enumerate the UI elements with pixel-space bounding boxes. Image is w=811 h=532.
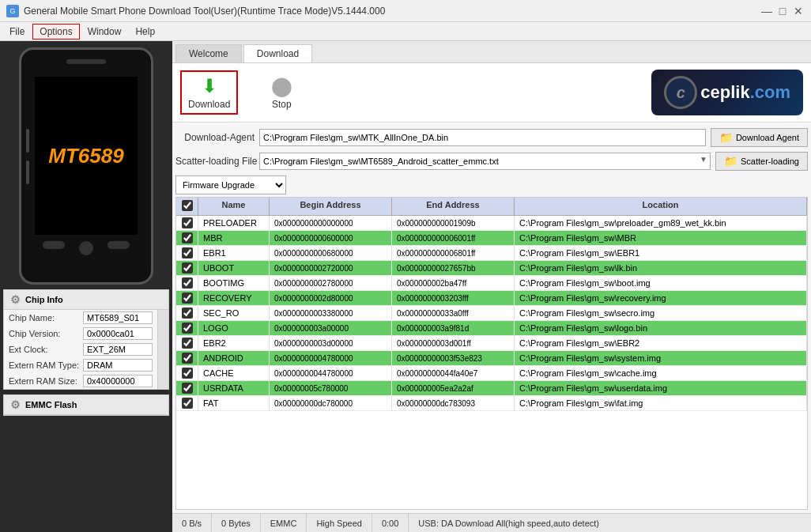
chip-version-value: 0x0000ca01 [83, 327, 153, 340]
stop-button[interactable]: ⬤ Stop [254, 72, 309, 113]
emmc-header[interactable]: ⚙ EMMC Flash [4, 395, 168, 415]
td-checkbox-0 [176, 216, 198, 230]
scatter-loading-label: Scatter-loading File [175, 156, 255, 167]
td-checkbox-12 [176, 396, 198, 410]
row-checkbox-3[interactable] [182, 262, 193, 274]
download-icon: ⬇ [202, 75, 217, 97]
td-name-0: PRELOADER [198, 216, 270, 230]
td-end-4: 0x000000002ba47ff [392, 276, 515, 290]
menu-window[interactable]: Window [81, 25, 128, 39]
chip-name-row: Chip Name: MT6589_S01 [4, 310, 157, 326]
firmware-select[interactable]: Firmware Upgrade [175, 175, 286, 194]
status-type: EMMC [261, 514, 307, 532]
row-checkbox-0[interactable] [182, 217, 193, 228]
table-body: PRELOADER 0x0000000000000000 0x000000000… [176, 216, 807, 411]
td-location-1: C:\Program Files\gm_sw\MBR [515, 231, 807, 245]
table-row: FAT 0x00000000dc780000 0x00000000dc78309… [176, 396, 807, 411]
phone-btn-menu [108, 241, 130, 249]
row-checkbox-4[interactable] [182, 277, 193, 289]
logo-text-group: ceplik.com [700, 82, 790, 103]
row-checkbox-2[interactable] [182, 247, 193, 258]
td-begin-0: 0x0000000000000000 [270, 216, 392, 230]
status-time: 0:00 [372, 514, 409, 532]
download-agent-button[interactable]: 📁 Download Agent [711, 128, 808, 147]
phone-screen: MT6589 [35, 77, 138, 235]
row-checkbox-11[interactable] [182, 383, 193, 394]
th-end: End Address [392, 198, 515, 215]
td-name-12: FAT [198, 396, 270, 410]
td-location-3: C:\Program Files\gm_sw\lk.bin [515, 261, 807, 275]
row-checkbox-10[interactable] [182, 368, 193, 379]
row-checkbox-5[interactable] [182, 292, 193, 304]
td-end-9: 0x00000000003f53e823 [392, 351, 515, 365]
table-row: BOOTIMG 0x0000000002780000 0x000000002ba… [176, 276, 807, 291]
scatter-loading-button[interactable]: 📁 Scatter-loading [715, 152, 808, 171]
td-checkbox-11 [176, 381, 198, 395]
app-icon: G [6, 5, 19, 17]
row-checkbox-9[interactable] [182, 353, 193, 364]
row-checkbox-6[interactable] [182, 308, 193, 319]
td-name-2: EBR1 [198, 246, 270, 260]
menu-help[interactable]: Help [129, 25, 161, 39]
menu-file[interactable]: File [3, 25, 31, 39]
ext-ram-type-value: DRAM [83, 359, 153, 372]
chip-version-label: Chip Version: [9, 329, 80, 338]
td-begin-11: 0x00000005c780000 [270, 381, 392, 395]
td-location-10: C:\Program Files\gm_sw\cache.img [515, 366, 807, 380]
ext-ram-type-row: Extern RAM Type: DRAM [4, 357, 157, 373]
phone-brand-text: MT6589 [48, 144, 123, 168]
table-row: RECOVERY 0x0000000002d80000 0x0000000003… [176, 291, 807, 306]
row-checkbox-12[interactable] [182, 398, 193, 409]
table-row: PRELOADER 0x0000000000000000 0x000000000… [176, 216, 807, 231]
ext-clock-value: EXT_26M [83, 343, 153, 356]
logo-box: c ceplik.com [651, 70, 803, 115]
tab-download[interactable]: Download [243, 44, 312, 62]
logo-suffix: com [755, 82, 790, 102]
close-button[interactable]: ✕ [792, 5, 805, 17]
td-name-10: CACHE [198, 366, 270, 380]
logo-area: c ceplik.com [651, 70, 803, 115]
chip-fields: Chip Name: MT6589_S01 Chip Version: 0x00… [4, 310, 157, 389]
scatter-loading-row: Scatter-loading File ▼ 📁 Scatter-loading [175, 152, 808, 171]
td-checkbox-8 [176, 336, 198, 350]
scatter-loading-input[interactable] [259, 153, 711, 170]
download-agent-input[interactable] [259, 129, 706, 146]
ext-clock-label: Ext Clock: [9, 345, 80, 354]
td-checkbox-4 [176, 276, 198, 290]
td-name-4: BOOTIMG [198, 276, 270, 290]
table-row: LOGO 0x000000003a00000 0x000000003a9f81d… [176, 321, 807, 336]
row-checkbox-7[interactable] [182, 323, 193, 334]
download-button[interactable]: ⬇ Download [180, 70, 238, 115]
logo-prefix: ceplik [700, 82, 749, 102]
td-location-9: C:\Program Files\gm_sw\system.img [515, 351, 807, 365]
download-agent-row: Download-Agent 📁 Download Agent [175, 128, 808, 147]
td-end-3: 0x00000000027657bb [392, 261, 515, 275]
phone-mockup: MT6589 [19, 47, 153, 285]
td-location-8: C:\Program Files\gm_sw\EBR2 [515, 336, 807, 350]
td-end-2: 0x000000000006801ff [392, 246, 515, 260]
select-all-checkbox[interactable] [182, 200, 193, 211]
right-panel: Welcome Download ⬇ Download ⬤ Stop c [172, 41, 811, 532]
minimize-button[interactable]: — [760, 5, 773, 17]
phone-vol-down [26, 160, 29, 184]
row-checkbox-8[interactable] [182, 338, 193, 349]
row-checkbox-1[interactable] [182, 232, 193, 243]
menu-options[interactable]: Options [32, 24, 79, 40]
td-end-12: 0x00000000dc783093 [392, 396, 515, 410]
td-checkbox-5 [176, 291, 198, 305]
status-speed: 0 B/s [172, 514, 212, 532]
table-row: ANDROID 0x0000000004780000 0x00000000003… [176, 351, 807, 366]
table-row: SEC_RO 0x0000000003380000 0x00000000033a… [176, 306, 807, 321]
folder-icon-scatter: 📁 [724, 155, 737, 168]
td-location-11: C:\Program Files\gm_sw\userdata.img [515, 381, 807, 395]
phone-btn-home [79, 241, 93, 255]
chip-scrollbar[interactable] [157, 310, 168, 389]
tab-welcome[interactable]: Welcome [175, 44, 242, 62]
maximize-button[interactable]: □ [776, 5, 789, 17]
chip-info-header[interactable]: ⚙ Chip Info [4, 290, 168, 310]
td-begin-8: 0x0000000003d00000 [270, 336, 392, 350]
th-name: Name [198, 198, 270, 215]
scatter-dropdown-arrow[interactable]: ▼ [700, 155, 707, 164]
th-location: Location [515, 198, 807, 215]
stop-icon: ⬤ [271, 75, 292, 97]
